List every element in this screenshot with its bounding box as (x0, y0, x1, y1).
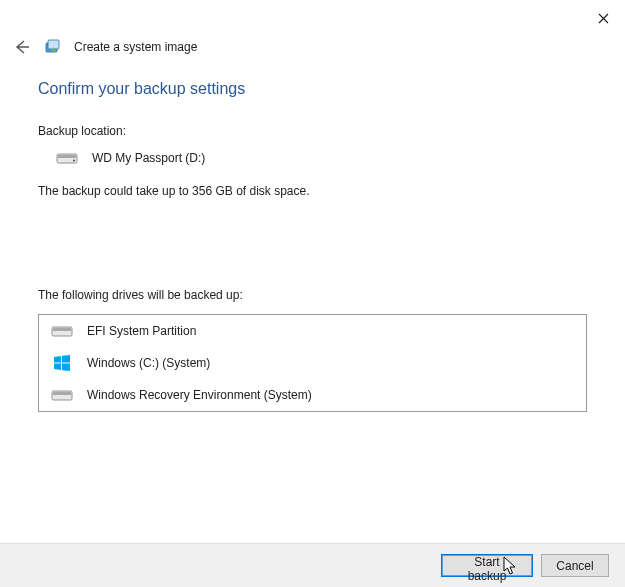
cancel-button[interactable]: Cancel (541, 554, 609, 577)
partition-icon (51, 387, 73, 403)
drive-item: EFI System Partition (39, 315, 586, 347)
backup-size-note: The backup could take up to 356 GB of di… (38, 184, 587, 198)
start-backup-button[interactable]: Start backup (441, 554, 533, 577)
back-arrow-icon (12, 38, 30, 56)
external-drive-icon (56, 150, 78, 166)
footer-bar: Start backup Cancel (0, 543, 625, 587)
backup-location-name: WD My Passport (D:) (92, 151, 205, 165)
svg-rect-3 (58, 155, 76, 158)
svg-rect-6 (53, 328, 71, 331)
drive-item: Windows Recovery Environment (System) (39, 379, 586, 411)
backup-location-label: Backup location: (38, 124, 587, 138)
backup-location-row: WD My Passport (D:) (38, 150, 587, 166)
svg-rect-1 (48, 40, 59, 49)
drive-label: Windows (C:) (System) (87, 356, 210, 370)
svg-rect-8 (53, 392, 71, 395)
system-image-app-icon (44, 38, 62, 56)
partition-icon (51, 323, 73, 339)
close-button[interactable] (593, 8, 613, 28)
drive-item: Windows (C:) (System) (39, 347, 586, 379)
drive-label: Windows Recovery Environment (System) (87, 388, 312, 402)
back-button[interactable] (10, 36, 32, 58)
page-heading: Confirm your backup settings (38, 80, 587, 98)
drives-section-label: The following drives will be backed up: (38, 288, 587, 302)
svg-point-4 (73, 160, 75, 162)
drive-label: EFI System Partition (87, 324, 196, 338)
drives-list: EFI System Partition Windows (C:) (Syste… (38, 314, 587, 412)
window-title: Create a system image (74, 40, 197, 54)
windows-logo-icon (51, 355, 73, 371)
close-icon (598, 13, 609, 24)
